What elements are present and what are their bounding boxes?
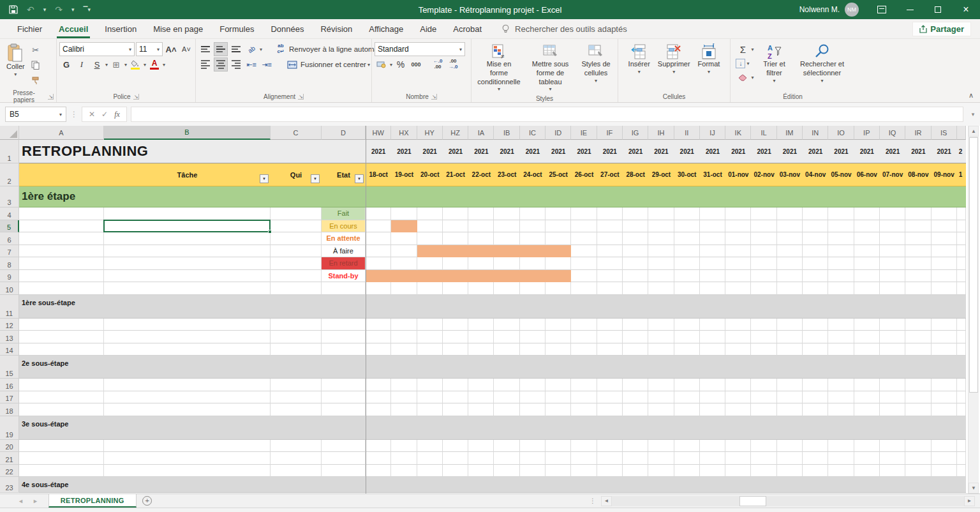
cell-IB22[interactable] xyxy=(494,465,519,478)
row-header-2[interactable]: 2 xyxy=(0,163,19,186)
cell-c4[interactable] xyxy=(271,207,322,220)
cell-IP4[interactable] xyxy=(854,207,880,220)
cell-b13[interactable] xyxy=(104,331,271,343)
tell-me-search[interactable]: Rechercher des outils adaptés xyxy=(501,24,627,34)
cell-b14[interactable] xyxy=(104,343,271,356)
gantt-bar-cell[interactable] xyxy=(417,245,443,258)
cell-HW16[interactable] xyxy=(366,379,391,391)
cell-II21[interactable] xyxy=(674,452,700,465)
insert-cells-button[interactable]: Insérer ▾ xyxy=(625,41,654,77)
cell-IS10[interactable] xyxy=(932,282,957,295)
table-header-tache[interactable]: Tâche▼ xyxy=(104,163,271,186)
cell-HZ14[interactable] xyxy=(443,343,468,356)
cell-IN17[interactable] xyxy=(803,391,828,404)
cell-IE22[interactable] xyxy=(571,465,597,478)
cell-IK22[interactable] xyxy=(725,465,751,478)
cell-a18[interactable] xyxy=(19,403,104,416)
row-header-17[interactable]: 17 xyxy=(0,391,19,404)
increase-decimal-icon[interactable]: ←.0.00 xyxy=(431,57,445,72)
cell-IA13[interactable] xyxy=(468,331,494,343)
section-band[interactable]: 4e sous-étape xyxy=(19,477,966,493)
column-header-IS[interactable]: IS xyxy=(932,126,957,140)
cell-IG17[interactable] xyxy=(623,391,648,404)
cell-a10[interactable] xyxy=(19,282,104,295)
scroll-down-icon[interactable]: ▼ xyxy=(969,483,979,493)
cell-IM4[interactable] xyxy=(777,207,803,220)
cell-IJ18[interactable] xyxy=(700,403,725,416)
column-header-IH[interactable]: IH xyxy=(648,126,674,140)
cell-b20[interactable] xyxy=(104,440,271,453)
cell-IG16[interactable] xyxy=(623,379,648,391)
cell-partial9[interactable] xyxy=(957,270,966,283)
dialog-launcher-icon[interactable]: ↘ xyxy=(133,94,139,100)
cell-IC14[interactable] xyxy=(520,343,546,356)
cell-IC20[interactable] xyxy=(520,440,546,453)
cell-IA4[interactable] xyxy=(468,207,494,220)
cell-HZ10[interactable] xyxy=(443,282,468,295)
cell-IH21[interactable] xyxy=(648,452,674,465)
row-header-13[interactable]: 13 xyxy=(0,331,19,343)
cell-a17[interactable] xyxy=(19,391,104,404)
find-select-button[interactable]: Rechercher et sélectionner ▾ xyxy=(795,41,850,86)
gantt-bar-cell[interactable] xyxy=(366,270,391,283)
cell-IR22[interactable] xyxy=(905,465,931,478)
cell-IG5[interactable] xyxy=(623,220,648,233)
cell-IG9[interactable] xyxy=(623,270,648,283)
cell-HW18[interactable] xyxy=(366,403,391,416)
row-header-4[interactable]: 4 xyxy=(0,207,19,220)
cell-d13-status[interactable] xyxy=(322,331,366,343)
cell-IM22[interactable] xyxy=(777,465,803,478)
cell-II18[interactable] xyxy=(674,403,700,416)
cell-IA5[interactable] xyxy=(468,220,494,233)
cell-IB14[interactable] xyxy=(494,343,519,356)
cell-c7[interactable] xyxy=(271,245,322,258)
cell-ID4[interactable] xyxy=(546,207,571,220)
cell-c12[interactable] xyxy=(271,319,322,331)
cell-IS16[interactable] xyxy=(932,379,957,391)
cell-IB21[interactable] xyxy=(494,452,519,465)
cell-HY20[interactable] xyxy=(417,440,443,453)
cell-IQ18[interactable] xyxy=(880,403,905,416)
cell-IO21[interactable] xyxy=(828,452,854,465)
horizontal-scroll-track[interactable] xyxy=(612,496,964,506)
fill-color-chevron-icon[interactable]: ▾ xyxy=(144,62,146,68)
cell-IM12[interactable] xyxy=(777,319,803,331)
cell-b6[interactable] xyxy=(104,232,271,245)
cell-IE9[interactable] xyxy=(571,270,597,283)
share-button[interactable]: Partager xyxy=(912,22,971,36)
cell-HY10[interactable] xyxy=(417,282,443,295)
cell-IC5[interactable] xyxy=(520,220,546,233)
date-header-cell[interactable]: 23-oct xyxy=(494,163,519,186)
cell-ID21[interactable] xyxy=(546,452,571,465)
cell-IR16[interactable] xyxy=(905,379,931,391)
date-header-cell[interactable]: 08-nov xyxy=(905,163,931,186)
cell-a9[interactable] xyxy=(19,270,104,283)
cell-ID12[interactable] xyxy=(546,319,571,331)
cell-IM8[interactable] xyxy=(777,257,803,270)
cell-IK14[interactable] xyxy=(725,343,751,356)
cell-IB13[interactable] xyxy=(494,331,519,343)
align-middle-icon[interactable] xyxy=(214,42,228,56)
cell-IH17[interactable] xyxy=(648,391,674,404)
cell-IL13[interactable] xyxy=(751,331,776,343)
cell-IE14[interactable] xyxy=(571,343,597,356)
cell-II6[interactable] xyxy=(674,232,700,245)
cell-IS12[interactable] xyxy=(932,319,957,331)
cell-IP8[interactable] xyxy=(854,257,880,270)
date-header-cell[interactable]: 26-oct xyxy=(571,163,597,186)
italic-button[interactable]: I xyxy=(75,57,89,72)
cell-IO8[interactable] xyxy=(828,257,854,270)
cell-IK8[interactable] xyxy=(725,257,751,270)
selection-fill-handle[interactable] xyxy=(268,230,272,234)
cell-IQ14[interactable] xyxy=(880,343,905,356)
cell-IO5[interactable] xyxy=(828,220,854,233)
cell-IN6[interactable] xyxy=(803,232,828,245)
cell-IO18[interactable] xyxy=(828,403,854,416)
cell-IS20[interactable] xyxy=(932,440,957,453)
minimize-button[interactable] xyxy=(896,0,924,19)
grow-font-icon[interactable]: A˄ xyxy=(164,42,178,56)
vertical-scroll-thumb[interactable] xyxy=(969,137,978,393)
cell-HY17[interactable] xyxy=(417,391,443,404)
fill-color-icon[interactable] xyxy=(128,57,142,72)
cell-c10[interactable] xyxy=(271,282,322,295)
